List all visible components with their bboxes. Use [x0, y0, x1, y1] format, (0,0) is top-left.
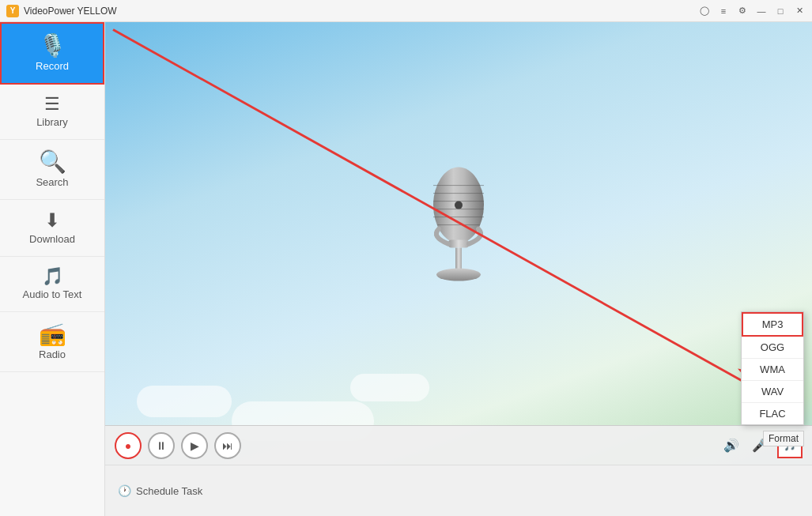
format-dropdown: MP3 OGG WMA WAV FLAC — [741, 311, 804, 425]
maximize-button[interactable]: □ — [774, 5, 787, 17]
microphone-image — [407, 166, 510, 296]
download-icon: ⬇ — [44, 211, 60, 230]
sidebar: 🎙️ Record ☰ Library 🔍 Search ⬇ Download … — [0, 22, 105, 516]
format-option-mp3[interactable]: MP3 — [742, 312, 803, 337]
next-icon: ⏭ — [222, 439, 233, 452]
main-layout: 🎙️ Record ☰ Library 🔍 Search ⬇ Download … — [0, 22, 812, 516]
format-option-wma[interactable]: WMA — [742, 359, 803, 381]
play-icon: ▶ — [191, 439, 199, 452]
app-title: VideoPower YELLOW — [24, 6, 698, 17]
cloud-1 — [137, 386, 232, 417]
sidebar-item-radio[interactable]: 📻 Radio — [0, 312, 104, 372]
user-icon[interactable]: ◯ — [698, 5, 711, 17]
window-controls: ◯ ≡ ⚙ — □ ✕ — [698, 5, 806, 17]
sidebar-record-label: Record — [36, 60, 69, 72]
format-option-flac[interactable]: FLAC — [742, 403, 803, 424]
app-icon: Y — [6, 5, 19, 17]
format-option-ogg[interactable]: OGG — [742, 337, 803, 359]
sidebar-item-library[interactable]: ☰ Library — [0, 85, 104, 140]
format-option-wav[interactable]: WAV — [742, 381, 803, 403]
sidebar-search-label: Search — [36, 176, 68, 188]
pause-button[interactable]: ⏸ — [148, 432, 175, 459]
radio-icon: 📻 — [39, 323, 66, 345]
close-button[interactable]: ✕ — [793, 5, 806, 17]
svg-point-10 — [455, 202, 463, 209]
content-area: MP3 OGG WMA WAV FLAC ● ⏸ ▶ ⏭ 🔊 🎤 — [105, 22, 812, 516]
player-bar: ● ⏸ ▶ ⏭ 🔊 🎤 🎵 — [105, 425, 812, 465]
list-icon[interactable]: ≡ — [717, 5, 730, 17]
svg-rect-7 — [448, 240, 469, 248]
minimize-button[interactable]: — — [755, 5, 768, 17]
search-icon: 🔍 — [39, 151, 66, 173]
svg-rect-8 — [455, 248, 462, 272]
format-tooltip: Format — [763, 431, 804, 446]
sidebar-item-search[interactable]: 🔍 Search — [0, 140, 104, 200]
next-button[interactable]: ⏭ — [214, 432, 241, 459]
svg-point-9 — [436, 269, 481, 281]
schedule-bar: 🕐 Schedule Task — [105, 465, 812, 516]
sidebar-item-download[interactable]: ⬇ Download — [0, 200, 104, 257]
play-button[interactable]: ▶ — [181, 432, 208, 459]
format-tooltip-text: Format — [769, 433, 799, 444]
sky-background — [105, 22, 812, 465]
sidebar-item-record[interactable]: 🎙️ Record — [0, 22, 104, 85]
record-button[interactable]: ● — [115, 432, 142, 459]
cloud-3 — [350, 374, 429, 401]
audio-text-icon: 🎵 — [42, 268, 63, 285]
record-icon: ● — [125, 439, 131, 452]
pause-icon: ⏸ — [156, 439, 167, 452]
sidebar-radio-label: Radio — [39, 348, 66, 360]
sidebar-audio-text-label: Audio to Text — [23, 288, 82, 300]
sidebar-library-label: Library — [36, 116, 68, 128]
settings-icon[interactable]: ⚙ — [736, 5, 749, 17]
library-icon: ☰ — [44, 96, 60, 113]
volume-icon[interactable]: 🔊 — [720, 435, 742, 457]
schedule-label: Schedule Task — [136, 485, 202, 497]
title-bar: Y VideoPower YELLOW ◯ ≡ ⚙ — □ ✕ — [0, 0, 812, 22]
microphone-icon: 🎙️ — [39, 35, 66, 57]
sidebar-item-audio-to-text[interactable]: 🎵 Audio to Text — [0, 257, 104, 312]
schedule-icon: 🕐 — [118, 484, 131, 497]
sidebar-download-label: Download — [29, 233, 75, 245]
